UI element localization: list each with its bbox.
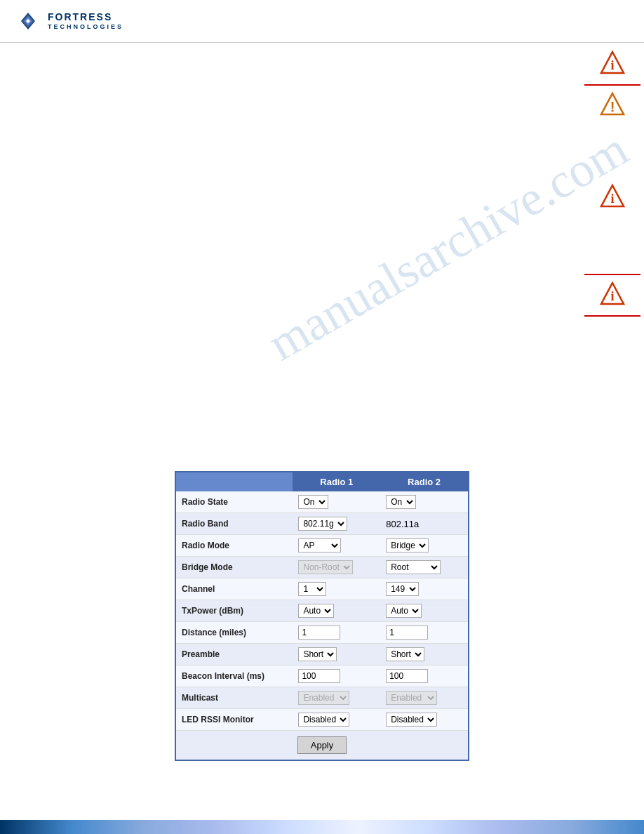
- row-label-8: Beacon Interval (ms): [176, 666, 293, 687]
- r2-select-0[interactable]: OnOff: [386, 495, 416, 509]
- svg-text:i: i: [610, 192, 614, 206]
- row-r2-6[interactable]: [380, 622, 468, 644]
- table-row: Bridge ModeNon-RootRootNon-RootRoot: [176, 557, 468, 578]
- row-r1-6[interactable]: [293, 622, 380, 644]
- table-row: Radio ModeAPBridgeClientAPBridgeClient: [176, 535, 468, 557]
- divider-line-1: [584, 84, 640, 86]
- r1-select-7[interactable]: ShortLong: [298, 647, 337, 661]
- warning-group-1: i: [600, 50, 625, 75]
- row-r1-8[interactable]: [293, 666, 380, 687]
- row-r1-1[interactable]: 802.11g802.11a802.11b: [293, 513, 380, 535]
- table-row: MulticastEnabledDisabledEnabledDisabled: [176, 687, 468, 709]
- svg-text:!: !: [610, 99, 615, 114]
- row-r2-8[interactable]: [380, 666, 468, 687]
- warning-group-4: i: [600, 281, 625, 306]
- row-label-6: Distance (miles): [176, 622, 293, 644]
- r1-select-10[interactable]: DisabledEnabled: [298, 713, 349, 727]
- logo-technologies: TECHNOLOGIES: [48, 23, 123, 31]
- divider-line-2: [584, 274, 640, 275]
- table-row: Radio Band802.11g802.11a802.11b802.11a: [176, 513, 468, 535]
- table-row: TxPower (dBm)Auto12345Auto12345: [176, 600, 468, 622]
- r2-select-4[interactable]: 149153157161: [386, 582, 419, 596]
- fortress-logo-icon: [14, 7, 42, 35]
- row-r1-3[interactable]: Non-RootRoot: [293, 557, 380, 578]
- row-r2-7[interactable]: ShortLong: [380, 644, 468, 666]
- row-r1-10[interactable]: DisabledEnabled: [293, 709, 380, 731]
- radio-table-container: Radio 1 Radio 2 Radio StateOnOffOnOffRad…: [175, 471, 469, 761]
- table-row: Channel1234567891011149153157161: [176, 578, 468, 600]
- r1-select-disabled-3: Non-RootRoot: [298, 560, 353, 574]
- table-section: Radio 1 Radio 2 Radio StateOnOffOnOffRad…: [0, 457, 644, 775]
- r2-select-disabled-9: EnabledDisabled: [386, 691, 437, 705]
- svg-text:i: i: [610, 58, 614, 72]
- r2-input-6[interactable]: [386, 626, 428, 640]
- r2-select-5[interactable]: Auto12345: [386, 604, 422, 618]
- warning-icon-2: !: [600, 91, 625, 117]
- r2-select-7[interactable]: ShortLong: [386, 647, 424, 661]
- row-r2-0[interactable]: OnOff: [380, 491, 468, 513]
- table-row: LED RSSI MonitorDisabledEnabledDisabledE…: [176, 709, 468, 731]
- logo-container: FORTRESS TECHNOLOGIES: [14, 7, 123, 35]
- row-r1-9[interactable]: EnabledDisabled: [293, 687, 380, 709]
- row-r2-4[interactable]: 149153157161: [380, 578, 468, 600]
- r1-input-8[interactable]: [298, 669, 340, 683]
- row-r1-2[interactable]: APBridgeClient: [293, 535, 380, 557]
- r1-select-disabled-9: EnabledDisabled: [298, 691, 349, 705]
- r2-select-2[interactable]: APBridgeClient: [386, 538, 429, 552]
- warning-group-3: i: [600, 183, 625, 208]
- row-r1-5[interactable]: Auto12345: [293, 600, 380, 622]
- row-label-10: LED RSSI Monitor: [176, 709, 293, 731]
- table-row: Radio StateOnOffOnOff: [176, 491, 468, 513]
- row-r2-9[interactable]: EnabledDisabled: [380, 687, 468, 709]
- row-r1-7[interactable]: ShortLong: [293, 644, 380, 666]
- row-r2-1: 802.11a: [380, 513, 468, 535]
- info-icon-3: i: [600, 183, 625, 208]
- r1-select-1[interactable]: 802.11g802.11a802.11b: [298, 517, 347, 531]
- col-label-header: [176, 472, 293, 491]
- row-label-5: TxPower (dBm): [176, 600, 293, 622]
- text-area: i ! i i: [0, 43, 644, 450]
- bottom-bar: [0, 820, 644, 834]
- warning-group-2: !: [600, 91, 625, 117]
- row-r2-10[interactable]: DisabledEnabled: [380, 709, 468, 731]
- col-radio2-header: Radio 2: [380, 472, 468, 491]
- header: FORTRESS TECHNOLOGIES: [0, 0, 644, 43]
- row-label-7: Preamble: [176, 644, 293, 666]
- info-icon-4: i: [600, 281, 625, 306]
- logo-text: FORTRESS TECHNOLOGIES: [48, 11, 123, 31]
- r2-select-3[interactable]: Non-RootRoot: [386, 560, 441, 574]
- r1-select-0[interactable]: OnOff: [298, 495, 328, 509]
- row-label-0: Radio State: [176, 491, 293, 513]
- r1-input-6[interactable]: [298, 626, 340, 640]
- table-row: Beacon Interval (ms): [176, 666, 468, 687]
- row-r2-2[interactable]: APBridgeClient: [380, 535, 468, 557]
- apply-button[interactable]: Apply: [297, 736, 347, 754]
- row-label-1: Radio Band: [176, 513, 293, 535]
- r1-select-4[interactable]: 1234567891011: [298, 582, 326, 596]
- r1-select-2[interactable]: APBridgeClient: [298, 538, 341, 552]
- row-label-3: Bridge Mode: [176, 557, 293, 578]
- row-r2-5[interactable]: Auto12345: [380, 600, 468, 622]
- row-r1-0[interactable]: OnOff: [293, 491, 380, 513]
- r2-select-10[interactable]: DisabledEnabled: [386, 713, 437, 727]
- row-label-9: Multicast: [176, 687, 293, 709]
- right-warnings: i ! i i: [581, 43, 644, 322]
- row-label-2: Radio Mode: [176, 535, 293, 557]
- table-row: PreambleShortLongShortLong: [176, 644, 468, 666]
- row-r2-3[interactable]: Non-RootRoot: [380, 557, 468, 578]
- divider-line-3: [584, 315, 640, 317]
- col-radio1-header: Radio 1: [293, 472, 380, 491]
- r2-input-8[interactable]: [386, 669, 428, 683]
- radio-settings-table: Radio 1 Radio 2 Radio StateOnOffOnOffRad…: [176, 472, 468, 760]
- row-r1-4[interactable]: 1234567891011: [293, 578, 380, 600]
- svg-text:i: i: [610, 289, 614, 303]
- info-icon-1: i: [600, 50, 625, 75]
- r1-select-5[interactable]: Auto12345: [298, 604, 334, 618]
- row-label-4: Channel: [176, 578, 293, 600]
- logo-fortress: FORTRESS: [48, 11, 123, 23]
- table-row: Distance (miles): [176, 622, 468, 644]
